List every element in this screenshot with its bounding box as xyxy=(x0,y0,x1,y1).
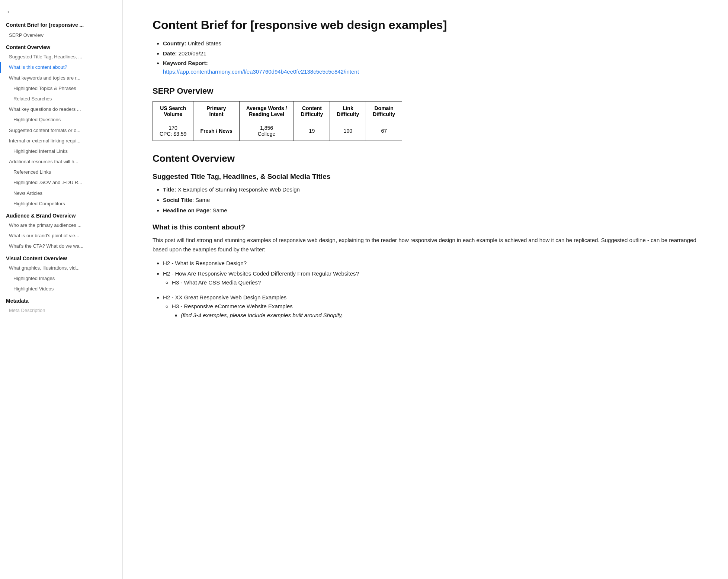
serp-val-domain-diff: 67 xyxy=(366,121,402,141)
serp-col-content-diff: ContentDifficulty xyxy=(294,102,330,121)
sidebar-nav: SERP OverviewContent OverviewSuggested T… xyxy=(0,30,122,316)
sidebar-item-what-is-this-content-about[interactable]: What is this content about? xyxy=(0,62,122,73)
outline-item-3-1-1: (find 3-4 examples, please include examp… xyxy=(181,311,698,320)
serp-col-domain-diff: DomainDifficulty xyxy=(366,102,402,121)
serp-col-link-diff: LinkDifficulty xyxy=(330,102,366,121)
sidebar-item-suggested-content-formats-or-o[interactable]: Suggested content formats or o... xyxy=(0,125,122,136)
outline-sub-2: H3 - What Are CSS Media Queries? xyxy=(163,278,698,287)
outline-item-2-1: H3 - What Are CSS Media Queries? xyxy=(172,278,698,287)
serp-col-words: Average Words /Reading Level xyxy=(239,102,294,121)
meta-keyword: Keyword Report: https://app.contentharmo… xyxy=(163,59,698,76)
sidebar-item-internal-or-external-linking-r[interactable]: Internal or external linking requi... xyxy=(0,136,122,146)
keyword-url-link[interactable]: https://app.contentharmony.com/l/ea30776… xyxy=(163,68,359,75)
main-content: Content Brief for [responsive web design… xyxy=(123,0,728,579)
meta-list: Country: United States Date: 2020/09/21 … xyxy=(153,39,698,76)
sidebar-section-audience--brand-overview: Audience & Brand Overview xyxy=(0,209,122,220)
back-arrow-icon: ← xyxy=(6,7,13,16)
sidebar: ← Content Brief for [responsive ... SERP… xyxy=(0,0,123,579)
suggested-title-list: Title: X Examples of Stunning Responsive… xyxy=(153,185,698,215)
serp-table: US SearchVolume PrimaryIntent Average Wo… xyxy=(153,101,402,141)
sidebar-item-what-graphics-illustrations-vi[interactable]: What graphics, illustrations, vid... xyxy=(0,263,122,273)
sidebar-item-related-searches[interactable]: Related Searches xyxy=(0,94,122,104)
outline-item-2: H2 - How Are Responsive Websites Coded D… xyxy=(163,269,698,287)
sidebar-item-additional-resources-that-will[interactable]: Additional resources that will h... xyxy=(0,157,122,167)
sidebar-item-highlighted-gov-and-edu-r[interactable]: Highlighted .GOV and .EDU R... xyxy=(0,177,122,188)
country-label: Country: xyxy=(163,40,186,46)
what-about-body: This post will find strong and stunning … xyxy=(153,236,698,254)
sidebar-item-highlighted-competitors[interactable]: Highlighted Competitors xyxy=(0,199,122,209)
sidebar-item-what-keywords-and-topics-are-r[interactable]: What keywords and topics are r... xyxy=(0,73,122,83)
content-overview-title: Content Overview xyxy=(153,153,698,164)
sidebar-item-who-are-the-primary-audiences-[interactable]: Who are the primary audiences ... xyxy=(0,220,122,231)
outline-sub-3: H3 - Responsive eCommerce Website Exampl… xyxy=(163,302,698,320)
doc-title: Content Brief for [responsive web design… xyxy=(153,18,698,32)
serp-val-content-diff: 19 xyxy=(294,121,330,141)
outline-sub-3-1: (find 3-4 examples, please include examp… xyxy=(172,311,698,320)
back-button[interactable]: ← xyxy=(0,6,122,20)
sidebar-item-highlighted-topics--phrases[interactable]: Highlighted Topics & Phrases xyxy=(0,83,122,94)
sidebar-item-what-is-our-brands-point-of-vi[interactable]: What is our brand's point of vie... xyxy=(0,231,122,241)
sidebar-section-content-overview: Content Overview xyxy=(0,41,122,52)
title-item-2: Social Title: Same xyxy=(163,196,698,205)
sidebar-item-serp-overview[interactable]: SERP Overview xyxy=(0,30,122,41)
sidebar-item-referenced-links[interactable]: Referenced Links xyxy=(0,167,122,177)
outline-list: H2 - What Is Responsive Design? H2 - How… xyxy=(153,259,698,320)
sidebar-item-highlighted-internal-links[interactable]: Highlighted Internal Links xyxy=(0,146,122,157)
outline-item-3-1: H3 - Responsive eCommerce Website Exampl… xyxy=(172,302,698,320)
date-value: 2020/09/21 xyxy=(179,50,206,57)
sidebar-item-news-articles[interactable]: News Articles xyxy=(0,188,122,199)
sidebar-section-visual-content-overview: Visual Content Overview xyxy=(0,252,122,263)
sidebar-item-suggested-title-tag-headlines-[interactable]: Suggested Title Tag, Headlines, ... xyxy=(0,52,122,62)
date-label: Date: xyxy=(163,50,177,57)
sidebar-doc-title: Content Brief for [responsive ... xyxy=(0,20,122,30)
serp-col-volume: US SearchVolume xyxy=(153,102,193,121)
title-item-1: Title: X Examples of Stunning Responsive… xyxy=(163,185,698,194)
suggested-title-heading: Suggested Title Tag, Headlines, & Social… xyxy=(153,173,698,181)
serp-val-link-diff: 100 xyxy=(330,121,366,141)
serp-overview-title: SERP Overview xyxy=(153,86,698,96)
title-item-3: Headline on Page: Same xyxy=(163,206,698,215)
country-value: United States xyxy=(188,40,221,46)
sidebar-item-highlighted-videos[interactable]: Highlighted Videos xyxy=(0,284,122,294)
serp-val-words: 1,856College xyxy=(239,121,294,141)
what-about-heading: What is this content about? xyxy=(153,223,698,231)
sidebar-item-meta-description[interactable]: Meta Description xyxy=(0,305,122,316)
sidebar-item-what-key-questions-do-readers-[interactable]: What key questions do readers ... xyxy=(0,104,122,115)
outline-item-1: H2 - What Is Responsive Design? xyxy=(163,259,698,268)
keyword-label: Keyword Report: xyxy=(163,60,208,66)
sidebar-item-highlighted-images[interactable]: Highlighted Images xyxy=(0,273,122,284)
sidebar-item-whats-the-cta-what-do-we-wa[interactable]: What's the CTA? What do we wa... xyxy=(0,241,122,251)
serp-val-volume: 170CPC: $3.59 xyxy=(153,121,193,141)
outline-item-3: H2 - XX Great Responsive Web Design Exam… xyxy=(163,293,698,320)
sidebar-section-metadata: Metadata xyxy=(0,294,122,305)
serp-val-intent: Fresh / News xyxy=(193,121,239,141)
meta-date: Date: 2020/09/21 xyxy=(163,49,698,58)
sidebar-item-highlighted-questions[interactable]: Highlighted Questions xyxy=(0,115,122,125)
serp-col-intent: PrimaryIntent xyxy=(193,102,239,121)
meta-country: Country: United States xyxy=(163,39,698,48)
